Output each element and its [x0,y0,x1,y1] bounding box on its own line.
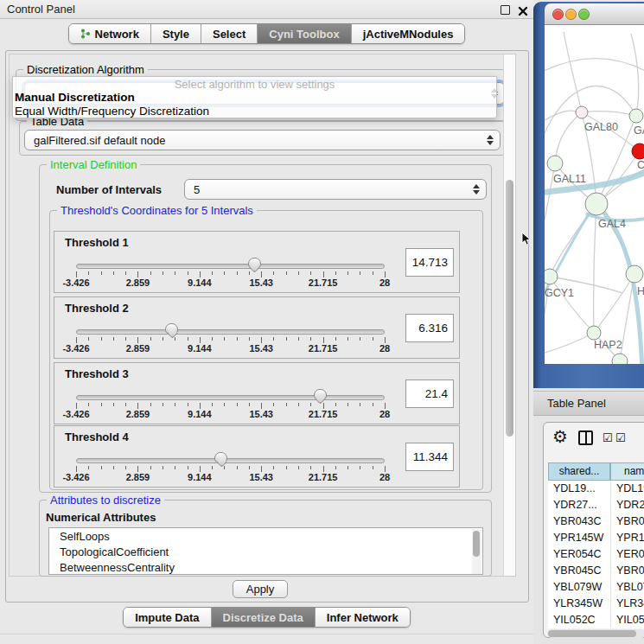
popup-item-manual-discretization[interactable]: Manual Discretization [15,91,135,104]
network-node-gal4[interactable] [585,193,608,215]
tab-select[interactable]: Select [201,24,257,43]
network-edge[interactable] [594,204,596,333]
slider-thumb[interactable] [214,452,227,462]
apply-button[interactable]: Apply [233,580,288,598]
network-edge[interactable] [550,277,594,333]
network-node-gal80[interactable] [576,106,588,118]
threshold-panel-2: Threshold 2-3.4262.8599.14415.4321.71528… [54,296,460,359]
node-label-gal11: GAL11 [553,173,586,185]
number-of-intervals-combobox[interactable]: 5 [184,179,487,200]
numerical-attributes-list[interactable]: SelfLoopsTopologicalCoefficientBetweenne… [48,527,483,575]
tab-label: Style [163,28,189,41]
zoom-traffic-light[interactable] [578,9,590,20]
panel-vertical-scrollbar[interactable] [503,54,515,576]
numerical-attributes-label: Numerical Attributes [46,511,156,524]
attribute-item[interactable]: TopologicalCoefficient [49,545,482,559]
scrollbar-thumb[interactable] [548,630,636,637]
network-canvas[interactable]: GAL80GACGAL11GAL4GCY1HHAP2 [545,25,644,364]
network-graph[interactable]: GAL80GACGAL11GAL4GCY1HHAP2 [545,25,644,364]
table-row[interactable]: YDL19...YDL19... [548,481,644,497]
network-node-gal[interactable] [629,109,643,123]
slider-track[interactable] [76,329,385,335]
list-scrollbar[interactable] [472,529,481,575]
slider-thumb[interactable] [165,323,178,334]
network-edge[interactable] [594,274,634,333]
threshold-label: Threshold 2 [65,302,129,315]
slider-track[interactable] [76,458,385,463]
gear-icon[interactable]: ⚙ [552,427,568,446]
tab-discretize-data[interactable]: Discretize Data [211,608,315,627]
table-row[interactable]: YER054CYER054C [548,546,644,563]
scrollbar-thumb[interactable] [506,180,513,437]
network-edge[interactable] [545,333,594,355]
network-node-hap2[interactable] [587,326,601,340]
table-data-selected-value: galFiltered.sif default node [25,134,165,147]
close-icon[interactable] [518,4,528,15]
tab-style[interactable]: Style [150,24,201,43]
cell-name: YBL079W [616,581,644,593]
table-panel-titlebar: Table Panel [533,391,644,416]
tab-label: Cyni Toolbox [269,28,339,41]
cell-name: YPR145W [616,532,644,544]
table-panel-title: Table Panel [547,397,606,410]
table-data-combobox[interactable]: galFiltered.sif default node [24,130,501,150]
checkbox-icon[interactable]: ☑ [615,431,626,444]
cell-name: YBR043C [616,515,644,527]
table-row[interactable]: YDR27...YDR27... [548,497,644,513]
threshold-label: Threshold 1 [65,236,129,249]
threshold-value-field[interactable]: 6.316 [405,314,454,342]
network-node-gcy1[interactable] [545,269,558,284]
checkbox-icon[interactable]: ☑ [603,431,613,444]
column-header-name[interactable]: name [610,462,644,481]
column-header-shared[interactable]: shared... [548,462,610,481]
threshold-panel-3: Threshold 3-3.4262.8599.14415.4321.71528… [54,362,460,424]
node-label-hap2: HAP2 [594,339,622,351]
attribute-item[interactable]: SelfLoops [49,529,482,544]
table-row[interactable]: YBR045CYBR045C [548,563,644,579]
table-horizontal-scrollbar[interactable] [547,629,644,638]
float-window-icon[interactable] [501,5,510,15]
tab-label: Select [213,28,245,41]
algorithm-dropdown-popup: Select algorithm to view settings Manual… [12,76,497,118]
combo-stepper-icon [473,184,480,194]
network-edge[interactable] [631,34,639,116]
table-row[interactable]: YPR145WYPR145W [548,530,644,546]
tab-impute-data[interactable]: Impute Data [124,608,210,627]
tab-label: Impute Data [135,611,199,624]
slider-thumb[interactable] [314,389,327,399]
attribute-item[interactable]: BetweennessCentrality [49,560,482,575]
threshold-value-field[interactable]: 14.713 [405,248,454,277]
split-columns-icon[interactable] [578,430,593,445]
tab-infer-network[interactable]: Infer Network [315,608,410,627]
threshold-label: Threshold 3 [65,367,129,380]
tab-label: Infer Network [327,611,399,624]
minimize-traffic-light[interactable] [565,9,577,20]
threshold-value-field[interactable]: 11.344 [405,443,454,471]
popup-item-equal-width-frequency[interactable]: Equal Width/Frequency Discretization [15,105,209,118]
network-edge[interactable] [555,112,582,163]
table-row[interactable]: YLR345WYLR345W [548,596,644,612]
tab-jactivemnodules[interactable]: jActiveMNodules [351,24,465,43]
table-row[interactable]: YBL079WYBL079W [548,579,644,596]
network-node-c[interactable] [632,143,644,159]
table-row[interactable]: YIL052CYIL052C [548,612,644,628]
slider-track[interactable] [76,395,385,400]
threshold-value-field[interactable]: 21.4 [405,379,454,408]
tab-cyni-toolbox[interactable]: Cyni Toolbox [257,24,350,43]
network-node-h[interactable] [626,265,643,283]
close-traffic-light[interactable] [552,9,564,20]
interval-definition-label: Interval Definition [47,158,140,171]
network-node-gal11[interactable] [547,156,563,171]
thresholds-group-label: Threshold's Coordinates for 5 Intervals [57,204,257,217]
table-row[interactable]: YBR043CYBR043C [548,513,644,530]
network-edge[interactable] [582,112,636,116]
cell-shared-name: YBR043C [553,515,602,527]
tab-label: jActiveMNodules [363,28,454,41]
network-edge[interactable] [545,59,644,77]
slider-scale-labels: -3.4262.8599.14415.4321.71528 [76,277,385,290]
cell-name: YER054C [616,548,644,560]
slider-track[interactable] [76,264,385,269]
cell-shared-name: YER054C [553,548,602,560]
slider-thumb[interactable] [248,258,261,268]
tab-network[interactable]: Network [69,24,150,43]
